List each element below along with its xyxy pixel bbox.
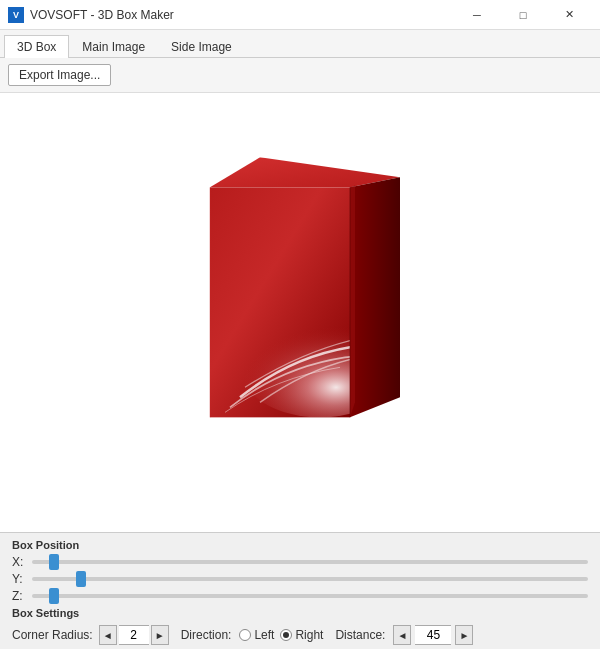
export-image-button[interactable]: Export Image... — [8, 64, 111, 86]
radio-left-label: Left — [254, 628, 274, 642]
x-slider-thumb[interactable] — [49, 554, 59, 570]
direction-label: Direction: — [181, 628, 232, 642]
svg-marker-5 — [350, 177, 400, 417]
box-position-label: Box Position — [12, 539, 588, 551]
radio-right[interactable]: Right — [280, 628, 323, 642]
distance-group: Distance: ◄ 45 ► — [335, 625, 473, 645]
z-slider-row: Z: — [12, 589, 588, 603]
bottom-controls: Box Position X: Y: Z: Box Settings — [0, 532, 600, 649]
svg-marker-2 — [210, 157, 400, 187]
settings-row: Corner Radius: ◄ 2 ► Direction: Left Rig… — [12, 625, 588, 645]
distance-label: Distance: — [335, 628, 385, 642]
corner-radius-label: Corner Radius: — [12, 628, 93, 642]
tab-main-image[interactable]: Main Image — [69, 35, 158, 58]
box-3d — [190, 157, 410, 440]
y-slider-track[interactable] — [32, 577, 588, 581]
radio-right-label: Right — [295, 628, 323, 642]
corner-radius-group: Corner Radius: ◄ 2 ► — [12, 625, 169, 645]
radio-right-circle[interactable] — [280, 629, 292, 641]
title-controls: ─ □ ✕ — [454, 0, 592, 30]
radio-group: Left Right — [239, 628, 323, 642]
svg-marker-6 — [350, 185, 355, 417]
close-button[interactable]: ✕ — [546, 0, 592, 30]
canvas-area — [0, 93, 600, 532]
x-slider-track[interactable] — [32, 560, 588, 564]
tab-side-image[interactable]: Side Image — [158, 35, 245, 58]
box-settings-label: Box Settings — [12, 607, 588, 619]
title-bar: V VOVSOFT - 3D Box Maker ─ □ ✕ — [0, 0, 600, 30]
corner-radius-decrease-button[interactable]: ◄ — [99, 625, 117, 645]
z-slider-track[interactable] — [32, 594, 588, 598]
radio-left[interactable]: Left — [239, 628, 274, 642]
tab-3d-box[interactable]: 3D Box — [4, 35, 69, 58]
minimize-button[interactable]: ─ — [454, 0, 500, 30]
distance-increase-button[interactable]: ► — [455, 625, 473, 645]
distance-decrease-button[interactable]: ◄ — [393, 625, 411, 645]
y-slider-row: Y: — [12, 572, 588, 586]
toolbar: Export Image... — [0, 58, 600, 93]
y-label: Y: — [12, 572, 28, 586]
z-slider-thumb[interactable] — [49, 588, 59, 604]
radio-left-circle[interactable] — [239, 629, 251, 641]
y-slider-thumb[interactable] — [76, 571, 86, 587]
title-bar-left: V VOVSOFT - 3D Box Maker — [8, 7, 174, 23]
corner-radius-value: 2 — [119, 625, 149, 645]
direction-group: Direction: Left Right — [181, 628, 324, 642]
corner-radius-increase-button[interactable]: ► — [151, 625, 169, 645]
app-title: VOVSOFT - 3D Box Maker — [30, 8, 174, 22]
distance-value: 45 — [415, 625, 451, 645]
maximize-button[interactable]: □ — [500, 0, 546, 30]
x-label: X: — [12, 555, 28, 569]
z-label: Z: — [12, 589, 28, 603]
app-icon: V — [8, 7, 24, 23]
menu-tabs: 3D Box Main Image Side Image — [0, 30, 600, 58]
x-slider-row: X: — [12, 555, 588, 569]
